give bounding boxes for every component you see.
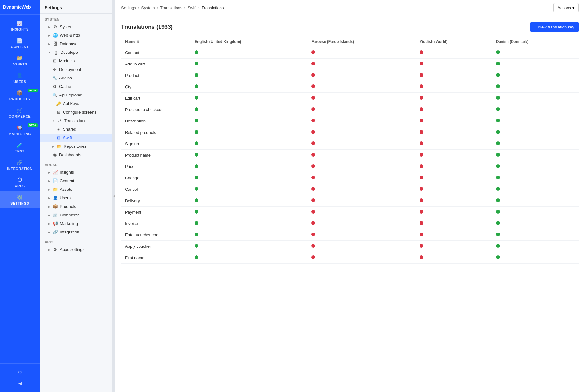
status-yiddish: [416, 218, 492, 229]
status-faroese: [308, 81, 416, 93]
content-icon: 📄: [16, 38, 23, 44]
sidebar-item-modules[interactable]: ⊞Modules: [40, 57, 112, 65]
sidebar-item-api-explorer[interactable]: 🔍Api Explorer: [40, 91, 112, 99]
table-row[interactable]: Product name: [121, 150, 579, 161]
sidebar-item-areas-assets[interactable]: 📁Assets: [40, 185, 112, 194]
table-row[interactable]: Add to cart: [121, 59, 579, 70]
status-faroese: [308, 138, 416, 150]
breadcrumb-item-3[interactable]: Swift: [188, 5, 196, 10]
resize-handle[interactable]: [112, 0, 115, 392]
sidebar-item-developer[interactable]: {}Developer: [40, 48, 112, 57]
table-row[interactable]: First name: [121, 252, 579, 264]
table-row[interactable]: Apply voucher: [121, 241, 579, 252]
nav-item-assets[interactable]: 📁ASSETS: [0, 52, 40, 69]
new-translation-key-button[interactable]: + New translation key: [530, 22, 579, 32]
sidebar-item-configure-screens[interactable]: ⊞Configure screens: [40, 108, 112, 116]
table-row[interactable]: Qty: [121, 81, 579, 93]
sidebar-item-areas-commerce[interactable]: 🛒Commerce: [40, 211, 112, 219]
sidebar-item-shared[interactable]: ◈Shared: [40, 125, 112, 134]
table-row[interactable]: Description: [121, 115, 579, 127]
status-danish: [492, 218, 579, 229]
table-row[interactable]: Delivery: [121, 195, 579, 207]
sidebar-item-database[interactable]: 🗄Database: [40, 40, 112, 48]
sidebar-item-apps-settings[interactable]: ⚙Apps settings: [40, 245, 112, 254]
nav-bottom: ⚙ ◀: [0, 363, 40, 392]
settings-gear-icon[interactable]: ⚙: [0, 367, 40, 378]
sidebar-item-areas-products[interactable]: 📦Products: [40, 202, 112, 211]
status-dot-red: [420, 233, 423, 236]
nav-item-integration[interactable]: 🔗INTEGRATION: [0, 156, 40, 174]
table-row[interactable]: Proceed to checkout: [121, 104, 579, 115]
status-yiddish: [416, 184, 492, 195]
nav-item-insights[interactable]: 📈INSIGHTS: [0, 17, 40, 34]
col-header-name[interactable]: Name ⇅: [121, 37, 191, 47]
translation-name: Delivery: [121, 195, 191, 207]
nav-item-apps[interactable]: ⬡APPS: [0, 174, 40, 191]
nav-item-content[interactable]: 📄CONTENT: [0, 34, 40, 52]
sidebar-item-repositories[interactable]: 📂Repositories: [40, 142, 112, 151]
sidebar-item-dashboards[interactable]: ◉Dashboards: [40, 151, 112, 159]
sidebar-item-swift[interactable]: ⊞Swift: [40, 134, 112, 142]
sidebar-item-deployment[interactable]: ✈Deployment: [40, 65, 112, 74]
areas-assets-icon: 📁: [53, 187, 58, 192]
table-row[interactable]: Related products: [121, 127, 579, 138]
actions-button[interactable]: Actions ▾: [553, 3, 579, 12]
status-faroese: [308, 207, 416, 218]
status-dot-red: [420, 96, 423, 100]
nav-item-marketing[interactable]: 📢MARKETINGBETA: [0, 121, 40, 139]
status-english: [191, 150, 308, 161]
api-keys-icon: 🔑: [56, 101, 61, 106]
table-row[interactable]: Enter voucher code: [121, 229, 579, 241]
status-dot-green: [496, 130, 500, 134]
status-english: [191, 218, 308, 229]
sidebar-item-areas-insights[interactable]: 📈Insights: [40, 168, 112, 177]
table-row[interactable]: Cancel: [121, 184, 579, 195]
table-row[interactable]: Sign up: [121, 138, 579, 150]
sidebar-item-areas-users[interactable]: 👤Users: [40, 194, 112, 202]
status-english: [191, 59, 308, 70]
table-row[interactable]: Product: [121, 70, 579, 81]
status-dot-green: [195, 244, 198, 248]
breadcrumb-separator: ›: [138, 5, 139, 10]
table-row[interactable]: Price: [121, 161, 579, 172]
nav-item-products[interactable]: 📦PRODUCTSBETA: [0, 87, 40, 104]
status-english: [191, 70, 308, 81]
status-dot-red: [311, 244, 315, 248]
sidebar-item-cache[interactable]: ♻Cache: [40, 82, 112, 91]
nav-item-users[interactable]: 👤USERS: [0, 69, 40, 87]
sidebar-item-areas-integration[interactable]: 🔗Integration: [40, 228, 112, 236]
nav-item-test[interactable]: 🧪TEST: [0, 139, 40, 156]
sidebar-item-system[interactable]: ⚙System: [40, 22, 112, 31]
sidebar-item-addins[interactable]: 🔧Addins: [40, 74, 112, 82]
table-row[interactable]: Payment: [121, 207, 579, 218]
sidebar-item-translations[interactable]: ⇄Translations: [40, 116, 112, 125]
translation-name: Sign up: [121, 138, 191, 150]
status-dot-green: [195, 153, 198, 157]
sidebar-item-areas-content[interactable]: 📄Content: [40, 177, 112, 185]
sidebar-item-web-http[interactable]: 🌐Web & http: [40, 31, 112, 40]
nav-item-commerce[interactable]: 🛒COMMERCE: [0, 104, 40, 121]
table-row[interactable]: Invoice: [121, 218, 579, 229]
status-yiddish: [416, 161, 492, 172]
status-danish: [492, 207, 579, 218]
status-english: [191, 47, 308, 59]
table-row[interactable]: Contact: [121, 47, 579, 59]
status-danish: [492, 172, 579, 184]
breadcrumb-item-0[interactable]: Settings: [121, 5, 136, 10]
chevron-icon: [48, 51, 51, 54]
table-row[interactable]: Change: [121, 172, 579, 184]
nav-item-settings[interactable]: ⚙️SETTINGS: [0, 191, 40, 208]
status-dot-green: [195, 210, 198, 214]
breadcrumb-item-2[interactable]: Translations: [160, 5, 182, 10]
status-faroese: [308, 150, 416, 161]
sidebar-item-areas-marketing[interactable]: 📢Marketing: [40, 219, 112, 228]
status-faroese: [308, 161, 416, 172]
sidebar-section-apps: Apps: [40, 236, 112, 245]
table-row[interactable]: Edit cart: [121, 93, 579, 104]
sidebar-item-api-keys[interactable]: 🔑Api Keys: [40, 99, 112, 108]
collapse-nav-icon[interactable]: ◀: [0, 378, 40, 389]
chevron-icon: [52, 119, 55, 122]
breadcrumb-item-1[interactable]: System: [141, 5, 155, 10]
status-dot-red: [311, 141, 315, 145]
app-logo: DynamicWeb: [0, 0, 40, 15]
